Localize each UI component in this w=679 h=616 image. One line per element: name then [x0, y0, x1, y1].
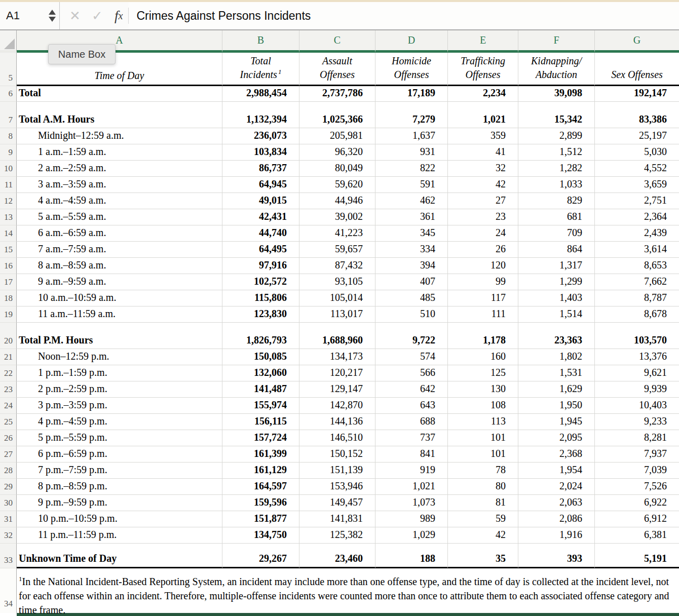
cell-A5[interactable]: Time of Day — [17, 53, 222, 86]
cell-G12[interactable]: 2,751 — [594, 193, 679, 209]
cell-A22[interactable]: 1 p.m.–1:59 p.m. — [17, 365, 222, 381]
cell-E27[interactable]: 101 — [447, 446, 518, 463]
cell-B24[interactable]: 155,974 — [222, 398, 299, 414]
row-header-18[interactable]: 18 — [0, 290, 17, 306]
cell-E16[interactable]: 120 — [447, 258, 518, 274]
cell-C20[interactable]: 1,688,960 — [299, 323, 375, 349]
row-header-10[interactable]: 10 — [0, 161, 17, 177]
cell-E21[interactable]: 160 — [447, 349, 518, 365]
cell-E5[interactable]: TraffickingOffenses — [447, 53, 518, 86]
cell-A16[interactable]: 8 a.m.–8:59 a.m. — [17, 258, 222, 274]
column-header-D[interactable]: D — [375, 30, 447, 53]
cell-D13[interactable]: 361 — [375, 209, 447, 225]
cell-F16[interactable]: 1,317 — [518, 258, 594, 274]
cell-B33[interactable]: 29,267 — [222, 544, 299, 568]
cell-E10[interactable]: 32 — [447, 161, 518, 177]
cell-E33[interactable]: 35 — [447, 544, 518, 568]
cell-G9[interactable]: 5,030 — [594, 144, 679, 161]
cell-F10[interactable]: 1,282 — [518, 161, 594, 177]
cell-C15[interactable]: 59,657 — [299, 242, 375, 258]
cell-A17[interactable]: 9 a.m.–9:59 a.m. — [17, 274, 222, 290]
cell-G19[interactable]: 8,678 — [594, 306, 679, 323]
cell-A6[interactable]: Total — [17, 86, 222, 102]
column-header-F[interactable]: F — [518, 30, 594, 53]
cell-A15[interactable]: 7 a.m.–7:59 a.m. — [17, 242, 222, 258]
row-header-12[interactable]: 12 — [0, 193, 17, 209]
cell-F29[interactable]: 2,024 — [518, 479, 594, 495]
cell-G27[interactable]: 7,937 — [594, 446, 679, 463]
cell-E6[interactable]: 2,234 — [447, 86, 518, 102]
cell-G24[interactable]: 10,403 — [594, 398, 679, 414]
cell-G31[interactable]: 6,912 — [594, 511, 679, 527]
cell-D25[interactable]: 688 — [375, 414, 447, 430]
cell-E7[interactable]: 1,021 — [447, 102, 518, 128]
cell-F18[interactable]: 1,403 — [518, 290, 594, 306]
cell-A29[interactable]: 8 p.m.–8:59 p.m. — [17, 479, 222, 495]
cell-G11[interactable]: 3,659 — [594, 177, 679, 193]
cell-C6[interactable]: 2,737,786 — [299, 86, 375, 102]
cell-F11[interactable]: 1,033 — [518, 177, 594, 193]
cell-E18[interactable]: 117 — [447, 290, 518, 306]
cell-B15[interactable]: 64,495 — [222, 242, 299, 258]
cell-A19[interactable]: 11 a.m.–11:59 a.m. — [17, 306, 222, 323]
cell-D33[interactable]: 188 — [375, 544, 447, 568]
cell-C12[interactable]: 44,946 — [299, 193, 375, 209]
cell-C31[interactable]: 141,831 — [299, 511, 375, 527]
cell-B25[interactable]: 156,115 — [222, 414, 299, 430]
row-header-17[interactable]: 17 — [0, 274, 17, 290]
cell-F6[interactable]: 39,098 — [518, 86, 594, 102]
cell-B12[interactable]: 49,015 — [222, 193, 299, 209]
cell-B20[interactable]: 1,826,793 — [222, 323, 299, 349]
cell-F28[interactable]: 1,954 — [518, 463, 594, 479]
cell-E28[interactable]: 78 — [447, 463, 518, 479]
cell-C33[interactable]: 23,460 — [299, 544, 375, 568]
cell-D30[interactable]: 1,073 — [375, 495, 447, 511]
cell-C11[interactable]: 59,620 — [299, 177, 375, 193]
row-header-16[interactable]: 16 — [0, 258, 17, 274]
cancel-icon[interactable]: ✕ — [64, 2, 86, 29]
row-header-27[interactable]: 27 — [0, 446, 17, 463]
row-header-13[interactable]: 13 — [0, 209, 17, 225]
cell-E9[interactable]: 41 — [447, 144, 518, 161]
cell-D12[interactable]: 462 — [375, 193, 447, 209]
cell-C17[interactable]: 93,105 — [299, 274, 375, 290]
cell-A23[interactable]: 2 p.m.–2:59 p.m. — [17, 381, 222, 398]
cell-C7[interactable]: 1,025,366 — [299, 102, 375, 128]
cell-D17[interactable]: 407 — [375, 274, 447, 290]
cell-B11[interactable]: 64,945 — [222, 177, 299, 193]
cell-G18[interactable]: 8,787 — [594, 290, 679, 306]
cell-F8[interactable]: 2,899 — [518, 128, 594, 144]
cell-C19[interactable]: 113,017 — [299, 306, 375, 323]
cell-G29[interactable]: 7,526 — [594, 479, 679, 495]
footnote-cell[interactable]: 1In the National Incident-Based Reportin… — [17, 568, 679, 613]
cell-B9[interactable]: 103,834 — [222, 144, 299, 161]
cell-G8[interactable]: 25,197 — [594, 128, 679, 144]
cell-A12[interactable]: 4 a.m.–4:59 a.m. — [17, 193, 222, 209]
cell-G20[interactable]: 103,570 — [594, 323, 679, 349]
cell-D24[interactable]: 643 — [375, 398, 447, 414]
name-box[interactable]: A1 — [0, 2, 60, 29]
cell-E23[interactable]: 130 — [447, 381, 518, 398]
select-all-corner[interactable] — [0, 30, 17, 53]
cell-F30[interactable]: 2,063 — [518, 495, 594, 511]
row-header-19[interactable]: 19 — [0, 306, 17, 323]
cell-B21[interactable]: 150,085 — [222, 349, 299, 365]
cell-B17[interactable]: 102,572 — [222, 274, 299, 290]
cell-G14[interactable]: 2,439 — [594, 225, 679, 242]
cell-C24[interactable]: 142,870 — [299, 398, 375, 414]
cell-A21[interactable]: Noon–12:59 p.m. — [17, 349, 222, 365]
cell-G33[interactable]: 5,191 — [594, 544, 679, 568]
row-header-20[interactable]: 20 — [0, 323, 17, 349]
cell-B22[interactable]: 132,060 — [222, 365, 299, 381]
cell-B16[interactable]: 97,916 — [222, 258, 299, 274]
cell-G28[interactable]: 7,039 — [594, 463, 679, 479]
cell-E29[interactable]: 80 — [447, 479, 518, 495]
accept-icon[interactable]: ✓ — [86, 2, 108, 29]
cell-E13[interactable]: 23 — [447, 209, 518, 225]
fx-icon[interactable]: fx — [108, 2, 128, 29]
cell-D22[interactable]: 566 — [375, 365, 447, 381]
cell-D31[interactable]: 989 — [375, 511, 447, 527]
cell-F33[interactable]: 393 — [518, 544, 594, 568]
cell-E20[interactable]: 1,178 — [447, 323, 518, 349]
cell-D14[interactable]: 345 — [375, 225, 447, 242]
